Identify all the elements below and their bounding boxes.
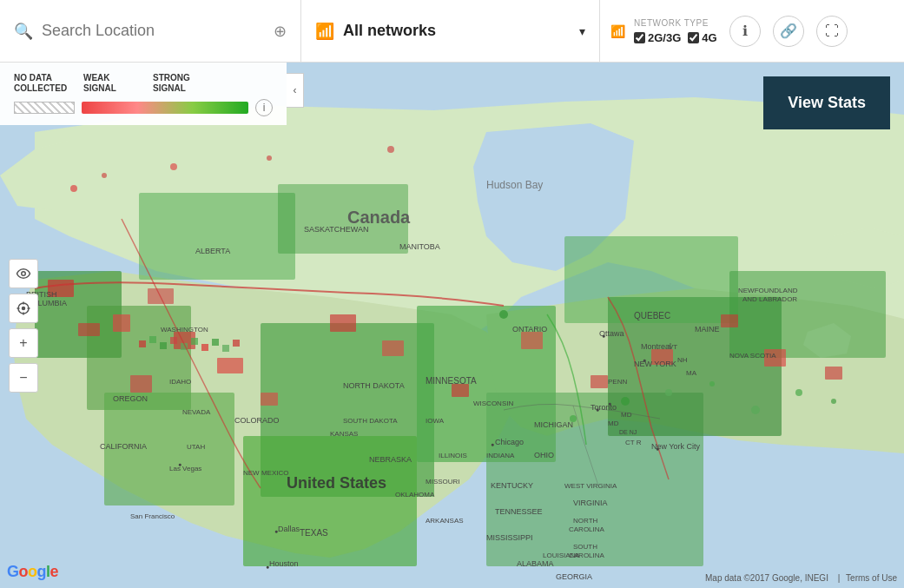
legend-collapse-button[interactable]: ‹ [287,73,304,108]
svg-rect-24 [521,332,543,349]
svg-rect-49 [201,344,208,351]
chevron-down-icon[interactable]: ▾ [579,24,585,38]
svg-rect-23 [452,384,469,397]
map-left-controls: + − [9,259,38,393]
svg-rect-11 [564,236,738,323]
svg-text:●: ● [491,441,494,447]
svg-rect-48 [191,338,198,345]
network-label: All networks [343,22,571,40]
legend-weak-label: WEAKSIGNAL [83,73,153,94]
map-footer: Google [7,563,58,581]
info-button[interactable]: ℹ [729,16,761,47]
legend: NO DATACOLLECTED WEAKSIGNAL STRONGSIGNAL… [0,63,287,125]
checkbox-4g[interactable] [688,32,699,43]
search-section: 🔍 ⊕ [0,0,301,62]
controls-section: 📶 NETWORK TYPE 2G/3G 4G ℹ 🔗 ⛶ [600,0,904,62]
svg-point-32 [170,163,177,170]
svg-text:KENTUCKY: KENTUCKY [491,481,533,490]
svg-rect-19 [130,375,152,393]
crosshair-button[interactable]: ⊕ [274,22,287,41]
google-g-letter: G [7,563,19,580]
svg-text:IOWA: IOWA [426,417,445,425]
google-o2-letter: o [28,563,37,580]
svg-text:●: ● [274,528,278,534]
svg-text:NEWFOUNDLAND: NEWFOUNDLAND [738,287,798,294]
checkbox-2g3g[interactable] [634,32,645,43]
svg-rect-43 [139,340,146,347]
checkbox-2g3g-label[interactable]: 2G/3G [634,31,681,44]
svg-text:●: ● [608,400,611,406]
view-stats-button[interactable]: View Stats [763,76,890,129]
svg-text:NEVADA: NEVADA [182,408,211,416]
svg-text:ONTARIO: ONTARIO [512,325,547,334]
svg-text:OHIO: OHIO [534,451,554,459]
target-button[interactable] [9,294,38,323]
svg-text:UTAH: UTAH [187,443,205,451]
zoom-out-button[interactable]: − [9,363,38,393]
svg-text:Las Vegas: Las Vegas [169,465,201,472]
checkbox-4g-label[interactable]: 4G [688,31,716,44]
google-g2-letter: g [37,563,47,580]
search-icon: 🔍 [14,22,33,41]
svg-text:TEXAS: TEXAS [300,528,328,538]
svg-rect-15 [113,314,130,332]
legend-gradient-bar [82,102,248,114]
svg-text:OREGON: OREGON [113,394,148,403]
svg-text:VIRGINIA: VIRGINIA [573,499,608,507]
svg-point-37 [621,397,630,406]
svg-text:SASKATCHEWAN: SASKATCHEWAN [304,225,369,234]
svg-text:QUEBEC: QUEBEC [634,311,670,320]
fullscreen-button[interactable]: ⛶ [816,16,848,47]
svg-point-41 [795,389,802,396]
svg-rect-52 [233,340,240,347]
svg-text:Hudson Bay: Hudson Bay [486,179,543,191]
network-type-group: NETWORK TYPE 2G/3G 4G [634,18,717,44]
svg-text:MA: MA [686,369,697,377]
legend-no-data-bar [14,102,75,114]
terms-link[interactable]: Terms of Use [846,573,897,583]
svg-text:●: ● [656,446,659,452]
svg-text:Chicago: Chicago [495,438,524,446]
svg-rect-27 [721,314,738,327]
legend-labels: NO DATACOLLECTED WEAKSIGNAL STRONGSIGNAL [14,73,273,94]
link-button[interactable]: 🔗 [773,16,804,47]
svg-text:NORTH: NORTH [573,517,598,525]
svg-text:CT R: CT R [625,439,642,446]
svg-text:WEST VIRGINIA: WEST VIRGINIA [564,482,617,490]
google-logo: Google [7,563,58,581]
svg-rect-20 [261,393,278,406]
svg-rect-50 [212,339,219,346]
network-type-label: NETWORK TYPE [634,18,717,28]
svg-text:●: ● [602,333,605,339]
svg-text:WISCONSIN: WISCONSIN [473,400,513,407]
legend-no-data-label: NO DATACOLLECTED [14,73,83,94]
svg-text:DE NJ: DE NJ [619,429,637,435]
visibility-toggle-button[interactable] [9,259,38,288]
svg-rect-51 [222,345,229,352]
google-e-letter: e [50,563,59,580]
svg-rect-18 [217,358,243,373]
map-attribution: Map data ©2017 Google, INEGI | Terms of … [702,573,897,583]
search-input[interactable] [42,22,265,40]
svg-text:Canada: Canada [347,208,411,227]
svg-point-33 [267,155,272,161]
attribution-text: Map data ©2017 Google, INEGI [705,573,828,583]
svg-text:MICHIGAN: MICHIGAN [534,420,573,429]
svg-point-129 [22,271,26,275]
svg-text:WASHINGTON: WASHINGTON [161,326,208,334]
svg-text:MANITOBA: MANITOBA [399,242,440,251]
svg-text:LOUISIANA: LOUISIANA [543,552,580,559]
svg-text:PENN: PENN [608,378,627,386]
svg-text:ILLINOIS: ILLINOIS [439,452,467,459]
svg-point-40 [751,406,760,414]
zoom-in-button[interactable]: + [9,328,38,358]
map-container[interactable]: Canada United States Hudson Bay BRITISH … [0,63,904,588]
svg-text:●: ● [178,461,181,467]
svg-point-131 [23,307,25,309]
legend-info-icon[interactable]: i [255,99,273,116]
svg-text:Houston: Houston [269,559,299,568]
svg-point-39 [709,381,715,386]
svg-text:SOUTH: SOUTH [573,543,597,551]
svg-rect-12 [729,271,886,358]
google-o1-letter: o [19,563,29,580]
